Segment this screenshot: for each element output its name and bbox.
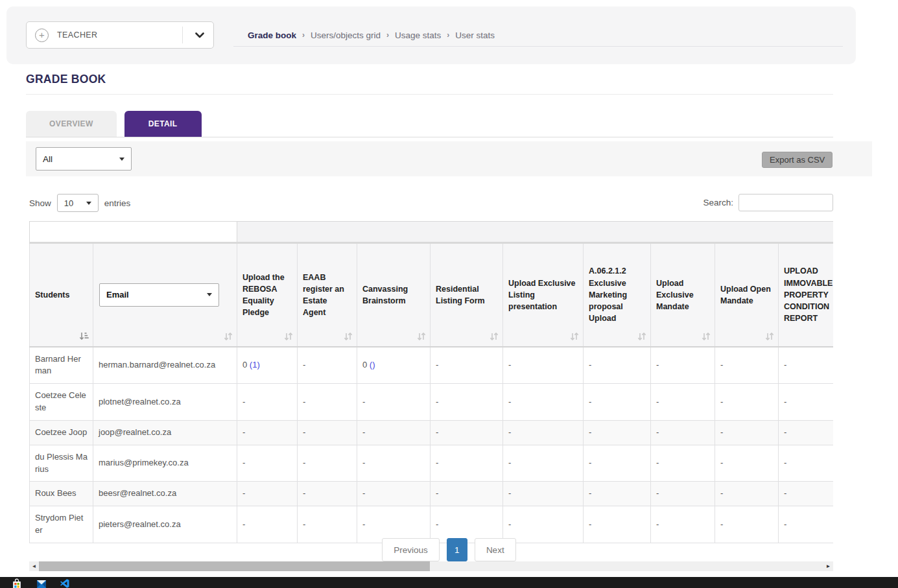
tab-detail[interactable]: DETAIL bbox=[124, 111, 202, 137]
score-cell: - bbox=[298, 347, 357, 384]
score-cell: - bbox=[779, 384, 834, 421]
tab-overview[interactable]: OVERVIEW bbox=[26, 111, 117, 137]
score-cell: - bbox=[431, 506, 503, 543]
sort-icon bbox=[344, 333, 353, 340]
table-row: Barnard Hermanherman.barnard@realnet.co.… bbox=[30, 347, 834, 384]
score-cell: - bbox=[503, 506, 584, 543]
search-input[interactable] bbox=[738, 194, 833, 211]
breadcrumb-item[interactable]: Users/objects grid bbox=[311, 30, 381, 40]
score-cell: - bbox=[715, 506, 779, 543]
score-cell: - bbox=[584, 445, 651, 482]
activity-column-label: Canvassing Brainstorm bbox=[362, 283, 425, 307]
student-name-cell: Roux Bees bbox=[30, 482, 93, 506]
activity-column-label: Residential Listing Form bbox=[436, 283, 497, 307]
column-header-activity[interactable]: Residential Listing Form bbox=[431, 243, 503, 347]
table-row: Coetzee Celesteplotnet@realnet.co.za----… bbox=[30, 384, 834, 421]
breadcrumb: Grade book›Users/objects grid›Usage stat… bbox=[248, 25, 495, 45]
chevron-down-icon[interactable] bbox=[195, 32, 204, 38]
group-filter-select[interactable]: All bbox=[36, 147, 132, 171]
score-cell: - bbox=[779, 506, 834, 543]
page-size-value: 10 bbox=[64, 198, 73, 208]
column-header-activity[interactable]: A.06.2.1.2 Exclusive Marketing proposal … bbox=[584, 243, 651, 347]
score-cell: - bbox=[237, 420, 298, 445]
score-cell: - bbox=[584, 420, 651, 445]
column-header-activity[interactable]: Upload Open Mandate bbox=[715, 243, 779, 347]
column-header-activity[interactable]: UPLOAD IMMOVABLE PROPERTY CONDITION REPO… bbox=[779, 243, 834, 347]
export-csv-button[interactable]: Export as CSV bbox=[762, 152, 833, 168]
breadcrumb-item[interactable]: Usage stats bbox=[395, 30, 441, 40]
score-detail-link[interactable]: (1) bbox=[250, 360, 260, 370]
score-cell: - bbox=[651, 482, 715, 506]
score-cell: - bbox=[715, 445, 779, 482]
scroll-left-icon[interactable]: ◄ bbox=[29, 561, 39, 571]
column-header-students[interactable]: Students bbox=[30, 243, 93, 347]
breadcrumb-separator: › bbox=[302, 30, 305, 40]
student-name-cell: Coetzee Celeste bbox=[30, 384, 93, 421]
tabs-divider bbox=[26, 137, 833, 137]
previous-page-button[interactable]: Previous bbox=[382, 538, 440, 561]
table-row: Roux Beesbeesr@realnet.co.za--------- bbox=[30, 482, 834, 506]
score-cell: - bbox=[237, 384, 298, 421]
score-cell: - bbox=[357, 482, 431, 506]
column-header-activity[interactable]: EAAB register an Estate Agent bbox=[298, 243, 357, 347]
column-header-row: Students Email Upload the REBOSA Equalit… bbox=[30, 243, 834, 347]
vscode-icon[interactable] bbox=[60, 578, 70, 588]
page-title: GRADE BOOK bbox=[26, 73, 106, 86]
sort-icon bbox=[570, 333, 579, 340]
score-cell: - bbox=[715, 384, 779, 421]
sort-icon bbox=[417, 333, 426, 340]
scrollbar-thumb[interactable] bbox=[39, 561, 430, 571]
activity-column-label: EAAB register an Estate Agent bbox=[303, 272, 351, 319]
mail-icon[interactable] bbox=[36, 578, 47, 588]
score-cell: - bbox=[503, 347, 584, 384]
score-cell: - bbox=[298, 482, 357, 506]
microsoft-store-icon[interactable] bbox=[12, 578, 22, 588]
email-column-value: Email bbox=[106, 290, 129, 300]
caret-down-icon bbox=[119, 158, 124, 161]
scroll-right-icon[interactable]: ► bbox=[823, 561, 833, 571]
score-cell: - bbox=[651, 384, 715, 421]
score-cell: - bbox=[298, 506, 357, 543]
role-selector-divider bbox=[182, 27, 183, 43]
student-email-cell: pieters@realnet.co.za bbox=[93, 506, 237, 543]
column-header-email[interactable]: Email bbox=[93, 243, 237, 347]
breadcrumb-separator: › bbox=[386, 30, 389, 40]
score-cell: - bbox=[357, 445, 431, 482]
score-cell: - bbox=[779, 482, 834, 506]
role-selector[interactable]: + TEACHER bbox=[26, 21, 214, 49]
page-size-select[interactable]: 10 bbox=[57, 194, 99, 212]
next-page-button[interactable]: Next bbox=[475, 538, 516, 561]
breadcrumb-rule bbox=[233, 46, 843, 47]
score-value: 0 bbox=[242, 360, 250, 370]
score-cell: - bbox=[298, 420, 357, 445]
windows-taskbar bbox=[0, 577, 898, 588]
student-name-cell: du Plessis Marius bbox=[30, 445, 93, 482]
column-header-activity[interactable]: Upload Exclusive Listing presentation bbox=[503, 243, 584, 347]
score-cell: 0 (1) bbox=[237, 347, 298, 384]
score-detail-link[interactable]: () bbox=[370, 360, 375, 370]
breadcrumb-item[interactable]: User stats bbox=[455, 30, 495, 40]
column-header-activity[interactable]: Canvassing Brainstorm bbox=[357, 243, 431, 347]
horizontal-scrollbar[interactable]: ◄ ► bbox=[29, 561, 833, 571]
role-selector-value: TEACHER bbox=[57, 30, 98, 40]
score-cell: - bbox=[431, 445, 503, 482]
score-cell: - bbox=[584, 482, 651, 506]
score-cell: - bbox=[584, 347, 651, 384]
gradebook-table-container: Students Email Upload the REBOSA Equalit… bbox=[29, 221, 833, 543]
student-email-cell: herman.barnard@realnet.co.za bbox=[93, 347, 237, 384]
email-column-select[interactable]: Email bbox=[99, 283, 219, 307]
score-cell: - bbox=[237, 506, 298, 543]
sort-icon bbox=[490, 333, 499, 340]
pagination: Previous 1 Next bbox=[0, 538, 898, 561]
sort-icon bbox=[765, 333, 774, 340]
activity-column-label: UPLOAD IMMOVABLE PROPERTY CONDITION REPO… bbox=[784, 265, 833, 324]
group-header-students-email bbox=[30, 222, 237, 243]
sort-icon bbox=[224, 333, 233, 340]
column-header-activity[interactable]: Upload the REBOSA Equality Pledge bbox=[237, 243, 298, 347]
score-cell: - bbox=[298, 384, 357, 421]
score-cell: - bbox=[779, 347, 834, 384]
show-label: Show bbox=[29, 198, 51, 208]
column-header-activity[interactable]: Upload Exclusive Mandate bbox=[651, 243, 715, 347]
page-1-button[interactable]: 1 bbox=[447, 538, 467, 561]
score-cell: - bbox=[357, 384, 431, 421]
